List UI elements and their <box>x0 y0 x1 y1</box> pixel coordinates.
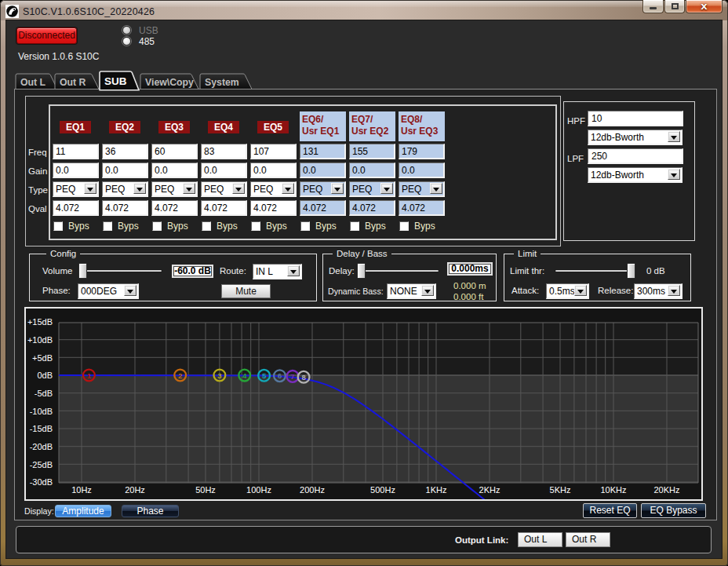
svg-text:Out R: Out R <box>60 77 86 88</box>
svg-text:Out L: Out L <box>20 77 46 88</box>
svg-text:System: System <box>205 77 239 88</box>
svg-text:View\Copy: View\Copy <box>145 77 194 88</box>
svg-text:SUB: SUB <box>104 75 127 87</box>
